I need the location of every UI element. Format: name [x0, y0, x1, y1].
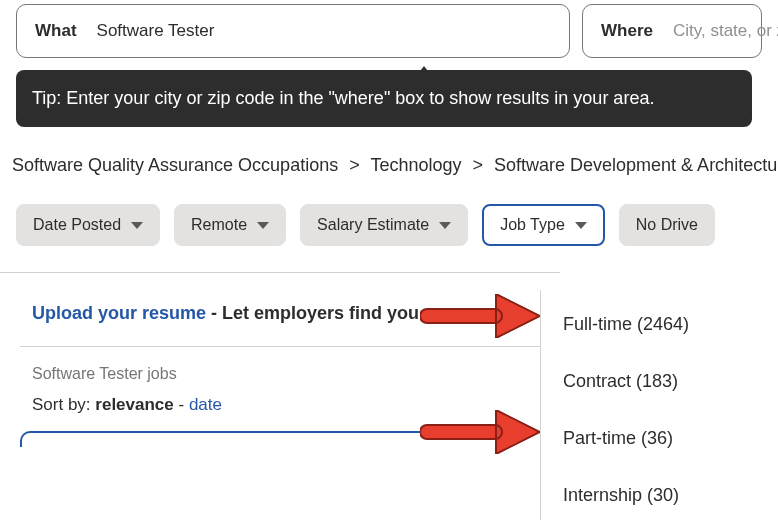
search-where-box[interactable]: Where [582, 4, 762, 58]
breadcrumb-item[interactable]: Software Development & Architecture [494, 155, 778, 175]
option-label: Part-time [563, 428, 636, 448]
breadcrumb-sep: > [472, 155, 483, 175]
chevron-down-icon [439, 222, 451, 229]
chevron-down-icon [575, 222, 587, 229]
filter-remote[interactable]: Remote [174, 204, 286, 246]
search-what-label: What [35, 21, 77, 41]
option-count: 2464 [643, 314, 683, 334]
search-what-box[interactable]: What [16, 4, 570, 58]
option-label: Full-time [563, 314, 632, 334]
filter-label: Remote [191, 216, 247, 234]
sort-prefix: Sort by: [32, 395, 95, 414]
option-label: Internship [563, 485, 642, 505]
jobs-title: Software Tester jobs [20, 347, 560, 389]
filter-label: Job Type [500, 216, 565, 234]
job-type-option-full-time[interactable]: Full-time (2464) [541, 296, 778, 353]
filter-no-drive[interactable]: No Drive [619, 204, 715, 246]
search-where-input[interactable] [673, 21, 778, 41]
filter-label: Date Posted [33, 216, 121, 234]
job-card-top-edge [20, 431, 560, 447]
filter-label: No Drive [636, 216, 698, 234]
option-count: 30 [653, 485, 673, 505]
option-count: 36 [647, 428, 667, 448]
upload-resume-row: Upload your resume - Let employers find … [20, 273, 560, 347]
job-type-option-internship[interactable]: Internship (30) [541, 467, 778, 520]
sort-sep: - [174, 395, 189, 414]
tooltip: Tip: Enter your city or zip code in the … [16, 70, 752, 127]
filter-job-type[interactable]: Job Type [482, 204, 605, 246]
breadcrumb: Software Quality Assurance Occupations >… [0, 155, 778, 176]
chevron-down-icon [131, 222, 143, 229]
filter-label: Salary Estimate [317, 216, 429, 234]
sort-row: Sort by: relevance - date [20, 389, 560, 427]
sort-relevance[interactable]: relevance [95, 395, 173, 414]
option-label: Contract [563, 371, 631, 391]
upload-resume-suffix: - Let employers find you [206, 303, 419, 323]
filter-date-posted[interactable]: Date Posted [16, 204, 160, 246]
option-count: 183 [642, 371, 672, 391]
breadcrumb-item[interactable]: Technology [370, 155, 461, 175]
breadcrumb-sep: > [349, 155, 360, 175]
upload-resume-link[interactable]: Upload your resume [32, 303, 206, 323]
job-type-dropdown: Full-time (2464) Contract (183) Part-tim… [540, 290, 778, 520]
job-type-option-contract[interactable]: Contract (183) [541, 353, 778, 410]
breadcrumb-item[interactable]: Software Quality Assurance Occupations [12, 155, 338, 175]
tooltip-arrow-icon [410, 66, 438, 84]
search-what-input[interactable] [97, 21, 551, 41]
filter-salary-estimate[interactable]: Salary Estimate [300, 204, 468, 246]
sort-date[interactable]: date [189, 395, 222, 414]
search-where-label: Where [601, 21, 653, 41]
chevron-down-icon [257, 222, 269, 229]
job-type-option-part-time[interactable]: Part-time (36) [541, 410, 778, 467]
